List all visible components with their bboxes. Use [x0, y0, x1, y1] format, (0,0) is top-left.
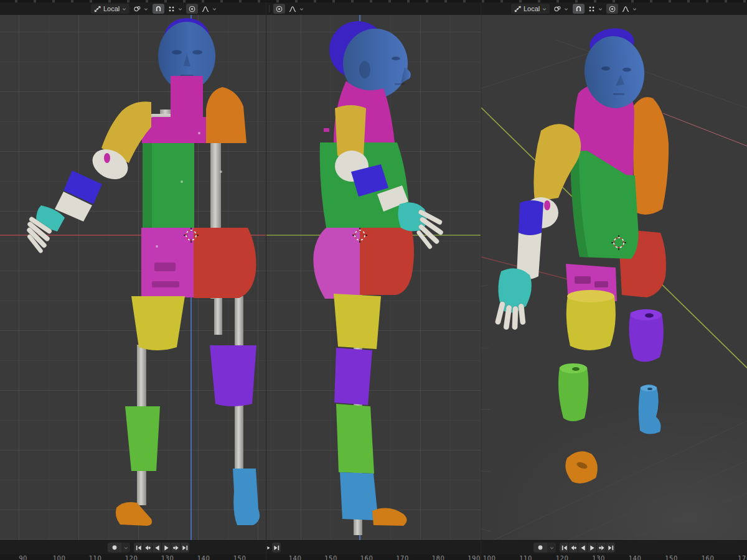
knee[interactable]: [334, 348, 372, 405]
jump-to-start-button[interactable]: [560, 543, 568, 553]
knee-piece[interactable]: [629, 309, 663, 362]
foot-right[interactable]: [233, 469, 260, 525]
pivot-point-dropdown[interactable]: [131, 4, 151, 14]
jump-to-end-button[interactable]: [272, 543, 281, 553]
frame-number: 160: [702, 554, 714, 560]
play-backwards-button[interactable]: [578, 543, 587, 553]
shin-piece[interactable]: [558, 363, 588, 421]
transform-orientation-dropdown[interactable]: Local: [511, 4, 550, 14]
playback-controls: [533, 543, 615, 553]
header-separator: [269, 5, 270, 12]
previous-keyframe-button[interactable]: [568, 543, 578, 553]
record-button[interactable]: [533, 543, 547, 553]
transform-orientation-dropdown[interactable]: Local: [91, 4, 129, 14]
thigh[interactable]: [334, 294, 381, 349]
previous-keyframe-icon: [570, 544, 577, 551]
frame-ruler[interactable]: 100110120130140150160170: [481, 554, 747, 560]
thigh[interactable]: [131, 296, 185, 350]
transform-orientation-icon: [93, 5, 101, 13]
elbow-pin: [104, 153, 110, 163]
proportional-editing-toggle[interactable]: [606, 4, 618, 14]
timeline-right: 100110120130140150160170: [481, 541, 747, 560]
frame-number: 170: [396, 554, 408, 560]
snap-settings-dropdown[interactable]: [166, 4, 185, 14]
frame-number: 140: [197, 554, 210, 560]
mouth: [613, 93, 624, 95]
mannequin-perspective: [481, 15, 747, 540]
proportional-editing-icon: [608, 5, 616, 13]
play-icon: [266, 544, 271, 551]
timeline-row: 90100110120130140150 140150160170180190: [0, 540, 747, 560]
frame-number: 100: [53, 554, 65, 560]
viewport-header-left: Local: [0, 2, 266, 15]
ankle[interactable]: [340, 472, 377, 520]
jump-to-start-button[interactable]: [134, 543, 143, 553]
proportional-falloff-dropdown[interactable]: [619, 4, 639, 14]
timeline-middle: 140150160170180190: [266, 541, 481, 560]
chevron-down-icon: [549, 545, 555, 551]
next-keyframe-icon: [598, 544, 605, 551]
frame-number: 140: [629, 554, 641, 560]
play-button[interactable]: [587, 543, 596, 553]
previous-keyframe-icon: [144, 544, 151, 551]
toe[interactable]: [372, 508, 407, 526]
proportional-editing-icon: [275, 5, 283, 13]
knee[interactable]: [210, 345, 256, 406]
next-keyframe-button[interactable]: [596, 543, 606, 553]
shoulder-plate[interactable]: [206, 87, 247, 143]
viewport-front: Local: [0, 2, 266, 540]
neck[interactable]: [171, 76, 203, 121]
frame-ruler[interactable]: 140150160170180190: [266, 554, 481, 560]
record-icon: [111, 544, 118, 551]
blender-window: Local: [0, 0, 747, 560]
chevron-down-icon: [563, 6, 569, 12]
jump-to-end-icon: [608, 544, 614, 551]
shoulder-plate[interactable]: [632, 97, 669, 215]
play-icon: [163, 544, 170, 551]
foot-piece[interactable]: [565, 451, 598, 483]
jump-to-end-button[interactable]: [606, 543, 615, 553]
chevron-down-icon: [632, 6, 637, 12]
jump-to-end-button[interactable]: [180, 543, 189, 553]
thigh-top-face: [567, 290, 614, 302]
proportional-editing-toggle[interactable]: [186, 4, 198, 14]
proportional-falloff-dropdown[interactable]: [199, 4, 219, 14]
frame-number: 150: [324, 554, 337, 560]
shin[interactable]: [336, 404, 374, 474]
transform-orientation-icon: [514, 5, 522, 13]
record-button[interactable]: [108, 543, 121, 553]
frame-number: 140: [289, 554, 301, 560]
shin[interactable]: [125, 406, 160, 471]
pivot-point-dropdown[interactable]: [551, 4, 571, 14]
record-options-dropdown[interactable]: [547, 543, 556, 553]
play-backwards-button[interactable]: [152, 543, 161, 553]
next-keyframe-button[interactable]: [171, 543, 180, 553]
previous-keyframe-button[interactable]: [143, 543, 152, 553]
play-button[interactable]: [266, 543, 271, 553]
viewport-canvas-front[interactable]: [0, 15, 266, 540]
play-button[interactable]: [161, 543, 171, 553]
snap-settings-dropdown[interactable]: [586, 4, 605, 14]
ankle-piece[interactable]: [639, 385, 661, 434]
frame-number: 170: [738, 554, 747, 560]
snap-toggle-button[interactable]: [573, 4, 585, 14]
x-axis-line-far: [663, 113, 747, 146]
timeline-header: [481, 541, 747, 554]
hip[interactable]: [360, 228, 414, 295]
3d-cursor: [183, 227, 199, 243]
frame-number: 110: [519, 554, 532, 560]
snap-toggle-button[interactable]: [153, 4, 164, 14]
viewport-canvas-perspective[interactable]: [481, 15, 747, 540]
chevron-down-icon: [121, 6, 127, 12]
record-options-dropdown[interactable]: [121, 543, 130, 553]
foot-left[interactable]: [116, 502, 152, 526]
playback-controls-partial: [266, 543, 281, 553]
hip[interactable]: [194, 228, 256, 298]
proportional-falloff-dropdown[interactable]: [286, 4, 306, 14]
proportional-editing-toggle[interactable]: [273, 4, 285, 14]
arm-chain[interactable]: [26, 101, 151, 254]
viewport-canvas-side[interactable]: [266, 15, 481, 540]
frame-ruler[interactable]: 90100110120130140150: [0, 554, 266, 560]
ear: [359, 61, 370, 78]
falloff-curve-icon: [288, 5, 297, 13]
